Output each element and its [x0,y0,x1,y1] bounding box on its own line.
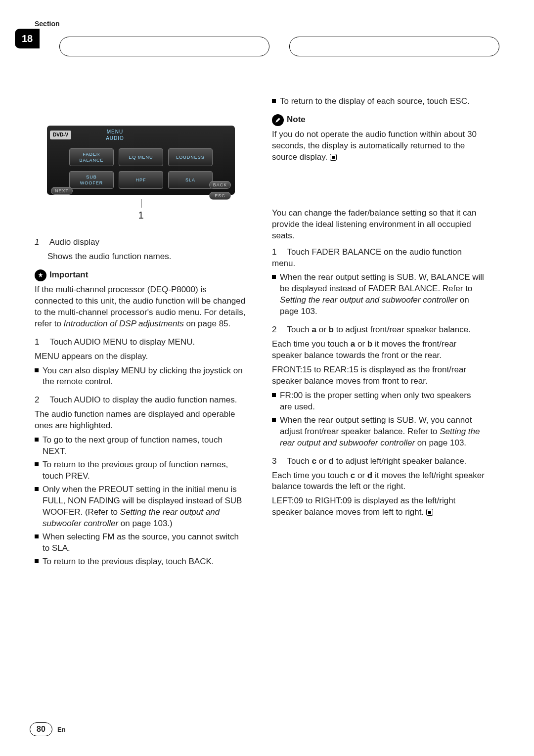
next-button[interactable]: NEXT [51,187,73,195]
bullet-back: To return to the previous display, touch… [43,556,214,568]
bullet-icon [35,559,39,563]
bullet-icon [35,487,39,491]
r-step3-range: LEFT:09 to RIGHT:09 is displayed as the … [272,495,485,518]
language-code: En [57,726,66,733]
r-step2-b1: FR:00 is the proper setting when only tw… [280,390,485,413]
hpf-button[interactable]: HPF [119,171,163,189]
note-label: Note [287,114,306,126]
back-button[interactable]: BACK [209,181,231,189]
header-lozenges [59,37,499,56]
note-icon [272,114,284,126]
bullet-icon [35,438,39,442]
bullet-next: To go to the next group of function name… [43,435,247,457]
bullet-preout: Only when the PREOUT setting in the init… [43,484,247,530]
end-mark-icon [330,154,337,161]
step1-number: 1 [35,337,47,348]
caption-title: Audio display [49,237,99,247]
header-lozenge-left [59,37,269,56]
r-step3-text: Touch c or d to adjust left/right speake… [287,456,466,466]
bullet-icon [35,534,39,538]
bullet-icon [35,462,39,466]
r-step2-sub: Each time you touch a or b it moves the … [272,339,485,361]
sla-button[interactable]: SLA [168,171,213,189]
section-number-tab: 18 [15,29,40,48]
step2-number: 2 [35,395,47,406]
caption-desc: Shows the audio function names. [47,251,247,263]
sub-woofer-button[interactable]: SUB WOOFER [69,171,114,189]
r-step3-number: 3 [272,456,285,467]
callout-tick [141,199,141,208]
important-label: Important [49,269,88,281]
note-text: If you do not operate the audio function… [272,129,485,163]
r-step1-bullet: When the rear output setting is SUB. W, … [280,272,485,317]
r-step1-text: Touch FADER BALANCE on the audio functio… [272,247,462,268]
bullet-icon [272,393,276,397]
bullet-icon [272,418,276,422]
r-step2-b2: When the rear output setting is SUB. W, … [280,415,485,449]
fader-balance-button[interactable]: FADER BALANCE [69,148,114,166]
bullet-icon [272,275,276,279]
bullet-fm: When selecting FM as the source, you can… [43,532,247,554]
left-column: DVD-V MENU AUDIO FADER BALANCE EQ MENU L… [35,96,247,570]
r-step2-number: 2 [272,324,285,336]
bullet-prev: To return to the previous group of funct… [43,459,247,482]
important-icon [35,269,46,281]
important-text: If the multi-channel processor (DEQ-P800… [35,284,247,330]
eq-menu-button[interactable]: EQ MENU [119,148,163,166]
audio-menu-screenshot: DVD-V MENU AUDIO FADER BALANCE EQ MENU L… [47,126,235,195]
bullet-icon [35,368,39,372]
r-step1-number: 1 [272,247,285,258]
bullet-esc: To return to the display of each source,… [280,96,470,107]
header-lozenge-right [289,37,499,56]
callout-number: 1 [35,209,247,222]
step2-sub: The audio function names are displayed a… [35,409,247,432]
page-number: 80 [30,722,52,736]
end-mark-icon [426,509,433,516]
r-step3-sub: Each time you touch c or d it moves the … [272,470,485,493]
bullet-icon [272,99,276,103]
page-footer: 80 En [30,722,66,736]
section-label: Section [35,20,499,28]
step1-text: Touch AUDIO MENU to display MENU. [49,337,195,347]
menu-title: MENU AUDIO [106,129,124,142]
balance-intro: You can change the fader/balance setting… [272,208,485,242]
loudness-button[interactable]: LOUDNESS [168,148,213,166]
r-step2-range: FRONT:15 to REAR:15 is displayed as the … [272,364,485,387]
caption-number: 1 [35,237,47,248]
dvd-badge: DVD-V [50,131,71,139]
esc-button[interactable]: ESC [209,192,231,200]
step1-bullet: You can also display MENU by clicking th… [43,365,247,388]
step2-text: Touch AUDIO to display the audio functio… [49,395,237,404]
r-step2-text: Touch a or b to adjust front/rear speake… [287,325,470,334]
step1-sub: MENU appears on the display. [35,351,247,362]
right-column: To return to the display of each source,… [272,96,485,570]
